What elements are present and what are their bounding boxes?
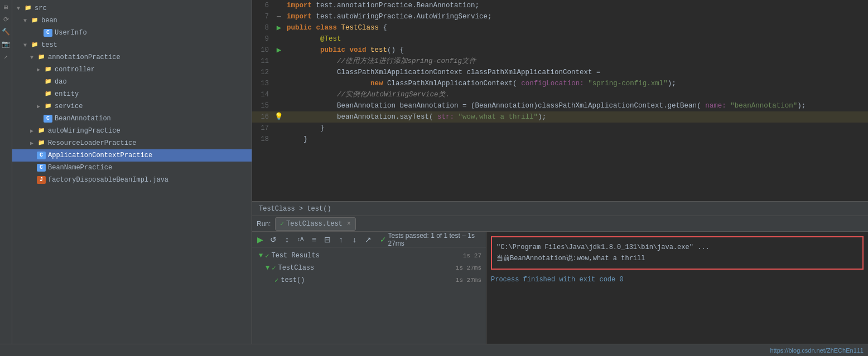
run-tab-close[interactable]: × xyxy=(347,220,351,228)
arrow-annotationpractice: ▼ xyxy=(30,55,37,61)
tree-item-beannamepractice[interactable]: C BeanNamePractice xyxy=(12,162,252,174)
check-icon-root: ✓ xyxy=(265,252,269,260)
test-result-root[interactable]: ▼ ✓ Test Results 1s 27 xyxy=(252,250,486,262)
class-icon-userinfo: C xyxy=(44,29,52,37)
run-tab-bar: Run: ✓ TestClass.test × xyxy=(252,216,868,232)
tree-item-test[interactable]: ▼ 📁 test xyxy=(12,39,252,51)
arrow-dao xyxy=(37,79,44,85)
code-line-11: 11 //使用方法1进行添加spring-config文件 xyxy=(252,56,868,67)
line-content-7: import test.autoWiringPractice.AutoWirin… xyxy=(284,11,868,22)
line-num-18: 18 xyxy=(252,134,273,145)
line-content-17: } xyxy=(284,123,868,134)
tree-item-userinfo[interactable]: C UserInfo xyxy=(12,27,252,39)
arrow-controller: ▶ xyxy=(37,66,44,73)
tests-passed-text: Tests passed: 1 of 1 test – 1s 27ms xyxy=(388,232,484,247)
rerun-failed-button[interactable]: ↺ xyxy=(268,233,279,246)
check-circle-icon: ✓ xyxy=(380,234,386,245)
code-line-7: 7 ─ import test.autoWiringPractice.AutoW… xyxy=(252,11,868,22)
arrow-src: ▼ xyxy=(17,6,23,12)
scroll-up-button[interactable]: ↑ xyxy=(335,233,346,246)
tree-label-dao: dao xyxy=(55,78,67,86)
run-tab-testclass[interactable]: ✓ TestClass.test × xyxy=(275,217,356,231)
class-icon-applicationcontextpractice: C xyxy=(37,152,46,159)
tree-label-entity: entity xyxy=(55,90,79,98)
tree-label-factorydisposablebeanImpl: factoryDisposableBeanImpl.java xyxy=(48,176,168,184)
collapse-all-button[interactable]: ⊟ xyxy=(322,233,333,246)
main-area: ⊞ ⟳ 🔨 📷 ↗ ▼ 📁 src ▼ 📁 bean C UserInfo xyxy=(0,0,868,344)
gutter-16: 💡 xyxy=(273,111,284,123)
tree-label-test: test xyxy=(41,41,57,49)
build-icon[interactable]: 🔨 xyxy=(1,27,11,37)
tree-item-resourceloaderpractice[interactable]: ▶ 📁 ResourceLoaderPractice xyxy=(12,137,252,149)
breadcrumb-bar: TestClass > test() xyxy=(252,201,868,216)
test-result-test-label: test() xyxy=(281,276,305,284)
code-line-9: 9 @Test xyxy=(252,33,868,45)
tree-item-service[interactable]: ▶ 📁 service xyxy=(12,100,252,113)
code-line-13: 13 new ClassPathXmlApplicationContext( c… xyxy=(252,78,868,89)
line-num-15: 15 xyxy=(252,100,273,111)
arrow-resourceloaderpractice: ▶ xyxy=(30,140,37,147)
class-icon-beannamepractice: C xyxy=(37,164,46,172)
check-root: ▼ xyxy=(259,252,263,260)
export-button[interactable]: ↗ xyxy=(363,233,374,246)
code-line-8: 8 ▶ public class TestClass { xyxy=(252,22,868,33)
line-content-9: @Test xyxy=(284,33,868,45)
tree-item-annotationpractice[interactable]: ▼ 📁 annotationPractice xyxy=(12,51,252,64)
tree-label-controller: controller xyxy=(55,66,95,74)
arrow-autowiringpractice: ▶ xyxy=(30,128,37,134)
check-icon-test: ✓ xyxy=(274,276,278,285)
line-content-10: public void test() { xyxy=(284,45,868,56)
scroll-down-button[interactable]: ↓ xyxy=(349,233,360,246)
tree-item-beanannotation[interactable]: C BeanAnnotation xyxy=(12,113,252,125)
status-bar: https://blog.csdn.net/ZhEChEn111 xyxy=(0,344,868,356)
tree-item-applicationcontextpractice[interactable]: C ApplicationContextPractice xyxy=(12,149,252,162)
console-process-line: Process finished with exit code 0 xyxy=(491,274,864,285)
tree-item-bean[interactable]: ▼ 📁 bean xyxy=(12,14,252,27)
expand-testclass: ▼ xyxy=(266,264,269,272)
line-content-12: ClassPathXmlApplicationContext classPath… xyxy=(284,67,868,78)
tree-item-src[interactable]: ▼ 📁 src xyxy=(12,2,252,14)
sort-alpha-button[interactable]: ↕ xyxy=(281,233,292,246)
line-num-14: 14 xyxy=(252,89,273,100)
tests-passed-indicator: ✓ Tests passed: 1 of 1 test – 1s 27ms xyxy=(380,232,484,247)
tree-item-entity[interactable]: 📁 entity xyxy=(12,88,252,100)
structure-icon[interactable]: ⊞ xyxy=(1,2,11,12)
code-editor[interactable]: 6 import test.annotationPractice.BeanAnn… xyxy=(252,0,868,201)
expand-all-button[interactable]: ≡ xyxy=(308,233,320,246)
sort-duration-button[interactable]: ↕A xyxy=(295,233,306,246)
line-num-12: 12 xyxy=(252,67,273,78)
arrow-bean: ▼ xyxy=(23,18,30,24)
arrow-applicationcontextpractice xyxy=(30,153,37,159)
line-num-8: 8 xyxy=(252,22,273,33)
tree-item-autowiringpractice[interactable]: ▶ 📁 autoWiringPractice xyxy=(12,125,252,137)
arrow-beanannotation xyxy=(37,116,44,122)
test-result-test[interactable]: ✓ test() 1s 27ms xyxy=(252,274,486,286)
folder-icon-src: 📁 xyxy=(23,4,32,12)
folder-icon-autowiringpractice: 📁 xyxy=(37,127,46,135)
play-button[interactable]: ▶ xyxy=(254,233,266,246)
code-line-12: 12 ClassPathXmlApplicationContext classP… xyxy=(252,67,868,78)
camera-icon[interactable]: 📷 xyxy=(1,39,11,49)
test-toolbar: ▶ ↺ ↕ ↕A ≡ ⊟ ↑ ↓ ↗ ✓ Tests passed: 1 of … xyxy=(252,232,486,247)
run-label: Run: xyxy=(257,220,271,228)
line-num-11: 11 xyxy=(252,56,273,67)
class-icon-beanannotation: C xyxy=(44,115,52,123)
tree-label-beanannotation: BeanAnnotation xyxy=(55,115,111,123)
line-content-15: BeanAnnotation beanAnnotation = (BeanAnn… xyxy=(284,100,868,111)
folder-icon-controller: 📁 xyxy=(44,66,52,74)
tree-item-dao[interactable]: 📁 dao xyxy=(12,76,252,88)
editor-area: 6 import test.annotationPractice.BeanAnn… xyxy=(252,0,868,344)
arrow-entity xyxy=(37,91,44,97)
code-line-17: 17 } xyxy=(252,123,868,134)
arrow-userinfo xyxy=(37,30,44,36)
test-results-tree: ▼ ✓ Test Results 1s 27 ▼ ✓ TestClass 1s … xyxy=(252,247,486,289)
test-result-testclass[interactable]: ▼ ✓ TestClass 1s 27ms xyxy=(252,262,486,274)
refresh-icon[interactable]: ⟳ xyxy=(1,14,11,25)
folder-icon-service: 📁 xyxy=(44,103,52,110)
check-icon-testclass: ✓ xyxy=(272,264,276,272)
tree-item-factorydisposablebeanImpl[interactable]: J factoryDisposableBeanImpl.java xyxy=(12,174,252,186)
tree-item-controller[interactable]: ▶ 📁 controller xyxy=(12,64,252,76)
line-num-7: 7 xyxy=(252,11,273,22)
export2-icon[interactable]: ↗ xyxy=(1,51,11,61)
arrow-service: ▶ xyxy=(37,103,44,110)
